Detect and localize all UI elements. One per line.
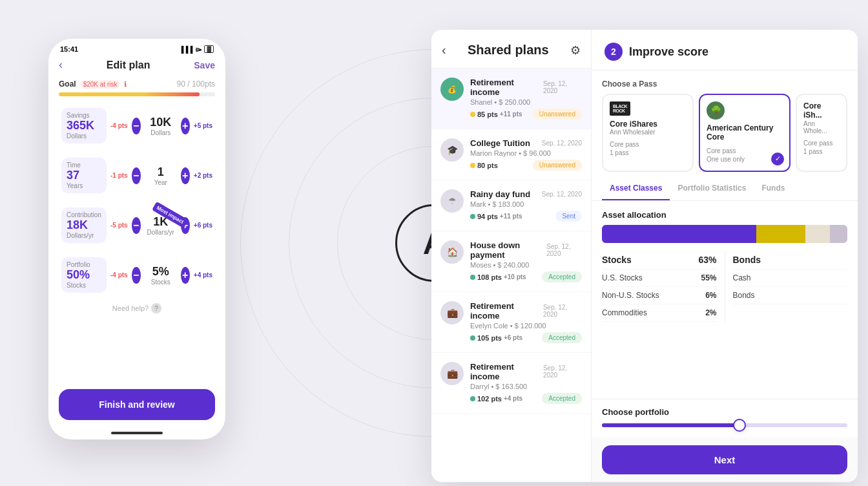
- shared-plans-panel: ‹ Shared plans ⚙ 💰 Retirement income Sep…: [431, 30, 592, 482]
- plan-badge-5: Accepted: [542, 332, 582, 343]
- tablet-back-button[interactable]: ‹: [442, 43, 446, 58]
- savings-row: Savings 365K Dollars -4 pts − 10K Dollar…: [55, 103, 219, 149]
- plan-avatar-5: 💼: [440, 301, 464, 324]
- help-icon[interactable]: ?: [151, 303, 161, 313]
- phone-panel: 15:41 ▐▐▐ ⌲ ▓ ‹ Edit plan Save Goal $20K…: [48, 39, 225, 439]
- portfolio-slider-thumb[interactable]: [733, 419, 746, 432]
- contribution-pts-left: -5 pts: [110, 222, 128, 229]
- savings-decrease-button[interactable]: −: [132, 118, 141, 134]
- phone-home-indicator: [111, 432, 163, 434]
- pass-card-1-sub: Ann Wholesaler: [610, 129, 686, 136]
- allocation-bar: [602, 225, 847, 243]
- allocation-details: Stocks 63% U.S. Stocks 55% Non-U.S. Stoc…: [602, 251, 847, 322]
- phone-progress-bar: [59, 92, 215, 96]
- phone-progress-fill: [59, 92, 200, 96]
- plan-avatar-1: 💰: [440, 78, 464, 101]
- plan-info-3: Rainy day fund Sep. 12, 2020 Mark • $ 18…: [470, 189, 582, 222]
- tab-asset-classes[interactable]: Asset Classes: [602, 177, 670, 200]
- divider: [725, 251, 725, 322]
- alloc-cash-bar: [805, 225, 830, 243]
- contribution-label: Contribution 18K Dollars/yr: [61, 207, 107, 243]
- phone-edit-plan-title: Edit plan: [107, 59, 150, 71]
- pass-card-1-detail1: Core pass: [610, 141, 686, 148]
- plan-badge-6: Accepted: [542, 393, 582, 404]
- signal-icon: ▐▐▐: [179, 46, 192, 53]
- battery-icon: ▓: [204, 45, 214, 53]
- plan-avatar-2: 🎓: [440, 138, 464, 162]
- choose-portfolio-section: Choose portfolio: [592, 399, 858, 438]
- finish-review-button[interactable]: Finish and review: [59, 389, 215, 420]
- pass-card-1-detail2: 1 pass: [610, 149, 686, 156]
- bonds-section: Bonds Cash Bonds: [733, 251, 848, 322]
- plan-avatar-4: 🏠: [440, 240, 464, 264]
- savings-label: Savings 365K Dollars: [61, 108, 107, 143]
- svg-text:💰: 💰: [448, 85, 457, 94]
- phone-status-bar: 15:41 ▐▐▐ ⌲ ▓: [48, 39, 225, 53]
- improve-score-panel: 2 Improve score Choose a Pass BLACKROCK …: [592, 30, 858, 482]
- portfolio-increase-button[interactable]: +: [181, 267, 190, 284]
- asset-content: Asset allocation Stocks 63% U.S. Stocks: [592, 201, 858, 399]
- contribution-decrease-button[interactable]: −: [132, 217, 141, 234]
- time-label: Time 37 Years: [61, 158, 107, 193]
- next-button[interactable]: Next: [602, 445, 847, 474]
- tab-portfolio-statistics[interactable]: Portfolio Statistics: [670, 177, 754, 200]
- portfolio-pts-right: +4 pts: [194, 271, 212, 279]
- time-value: 1 Year: [145, 165, 177, 186]
- plan-avatar-3: ☂: [440, 189, 464, 213]
- savings-pts-left: -4 pts: [110, 122, 128, 129]
- portfolio-slider[interactable]: [602, 423, 847, 427]
- pass-card-3-name: Core iSh...: [803, 101, 840, 120]
- time-row: Time 37 Years -1 pts − 1 Year + +2 pts: [55, 153, 219, 198]
- alloc-bonds-bar: [756, 225, 805, 243]
- pass-card-3-detail2: 1 pass: [803, 148, 840, 155]
- portfolio-value: 5% Stocks: [145, 265, 177, 286]
- plan-item-5[interactable]: 💼 Retirement income Sep. 12, 2020 Evelyn…: [431, 292, 591, 353]
- pass-card-2-detail1: Core pass: [707, 147, 783, 154]
- savings-value: 10K Dollars: [145, 116, 177, 136]
- filter-icon[interactable]: ⚙: [570, 43, 581, 58]
- stocks-section: Stocks 63% U.S. Stocks 55% Non-U.S. Stoc…: [602, 251, 717, 322]
- plan-item-3[interactable]: ☂ Rainy day fund Sep. 12, 2020 Mark • $ …: [431, 180, 591, 231]
- pass-card-1[interactable]: BLACKROCK Core iShares Ann Wholesaler Co…: [602, 94, 694, 172]
- improve-step-number: 2: [604, 43, 623, 61]
- portfolio-label: Portfolio 50% Stocks: [61, 257, 107, 293]
- time-pts-left: -1 pts: [110, 172, 128, 179]
- pass-card-2-check: ✓: [771, 153, 784, 165]
- time-decrease-button[interactable]: −: [132, 167, 141, 184]
- goal-label: Goal: [59, 79, 76, 89]
- savings-increase-button[interactable]: +: [181, 118, 190, 134]
- pass-card-1-name: Core iShares: [610, 120, 686, 129]
- contribution-value: 1K Dollars/yr Most impact: [145, 215, 177, 236]
- plan-info-2: College Tuition Sep. 12, 2020 Marion Ray…: [470, 138, 582, 171]
- choose-pass-title: Choose a Pass: [602, 79, 847, 89]
- plan-badge-2: Unanswered: [533, 160, 582, 171]
- contribution-pts-right: +6 pts: [194, 222, 212, 229]
- non-us-stocks-row: Non-U.S. Stocks 6%: [602, 287, 717, 304]
- pass-card-3-sub: Ann Whole...: [803, 120, 840, 134]
- portfolio-decrease-button[interactable]: −: [132, 267, 141, 284]
- pass-card-2[interactable]: 🌳 American Century Core Core pass One us…: [699, 94, 790, 172]
- bonds-detail-row: Bonds: [733, 287, 848, 304]
- pass-card-2-logo: 🌳: [707, 101, 783, 120]
- alloc-other-bar: [830, 225, 847, 243]
- plan-item-4[interactable]: 🏠 House down payment Sep. 12, 2020 Moses…: [431, 231, 591, 292]
- cash-row: Cash: [733, 269, 848, 287]
- plan-info-5: Retirement income Sep. 12, 2020 Evelyn C…: [470, 301, 582, 343]
- alloc-stocks-bar: [602, 225, 756, 243]
- phone-save-button[interactable]: Save: [194, 60, 215, 70]
- savings-pts-right: +5 pts: [194, 122, 212, 129]
- tab-funds[interactable]: Funds: [754, 177, 792, 200]
- help-text: Need help?: [112, 304, 149, 312]
- plan-item-2[interactable]: 🎓 College Tuition Sep. 12, 2020 Marion R…: [431, 129, 591, 180]
- plan-badge-4: Accepted: [542, 271, 582, 282]
- improve-score-title: Improve score: [629, 45, 708, 59]
- pass-card-3[interactable]: Core iSh... Ann Whole... Core pass 1 pas…: [796, 94, 847, 172]
- shared-plans-title: Shared plans: [468, 43, 549, 58]
- plan-item-1[interactable]: 💰 Retirement income Sep. 12, 2020 Shanel…: [431, 69, 591, 129]
- pass-cards-container: BLACKROCK Core iShares Ann Wholesaler Co…: [602, 94, 847, 172]
- phone-help: Need help? ?: [48, 303, 225, 313]
- time-increase-button[interactable]: +: [181, 167, 190, 184]
- plan-item-6[interactable]: 💼 Retirement income Sep. 12, 2020 Darryl…: [431, 353, 591, 414]
- phone-back-button[interactable]: ‹: [59, 58, 63, 72]
- tablet-panel: ‹ Shared plans ⚙ 💰 Retirement income Sep…: [431, 30, 858, 482]
